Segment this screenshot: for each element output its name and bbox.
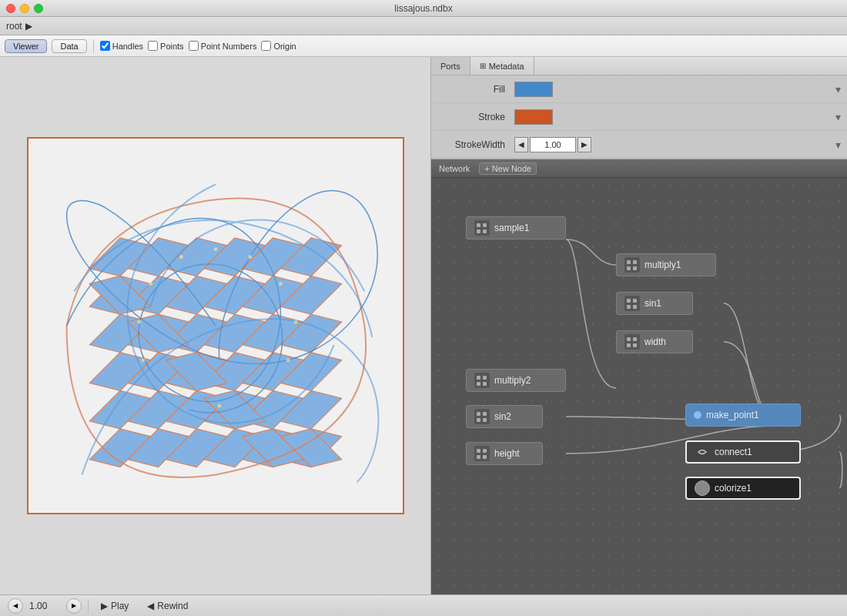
node-make-point1-label: make_point1 — [706, 410, 759, 420]
node-sin1-icon — [624, 296, 640, 311]
svg-point-7 — [278, 282, 282, 286]
network-canvas[interactable]: sample1 multiply1 sin1 — [431, 178, 847, 594]
node-connect1-label: connect1 — [715, 447, 752, 457]
traffic-lights — [6, 4, 43, 13]
metadata-tab-label: Metadata — [489, 62, 524, 71]
maximize-button[interactable] — [34, 4, 43, 13]
node-width-label: width — [644, 336, 666, 347]
bottombar: ◀ 1.00 ▶ ▶ Play ◀ Rewind — [0, 594, 847, 616]
new-node-button[interactable]: + New Node — [479, 162, 537, 175]
fill-arrow[interactable]: ▾ — [835, 83, 841, 95]
rewind-button[interactable]: ◀ Rewind — [141, 599, 194, 613]
close-button[interactable] — [6, 4, 15, 13]
play-button[interactable]: ▶ Play — [95, 599, 135, 613]
rewind-icon: ◀ — [147, 601, 154, 611]
node-make-point1[interactable]: make_point1 — [685, 403, 801, 427]
node-sample1-label: sample1 — [494, 223, 529, 233]
play-icon: ▶ — [101, 601, 108, 611]
play-label: Play — [111, 601, 129, 611]
strokewidth-input[interactable] — [530, 137, 576, 152]
strokewidth-label: StrokeWidth — [437, 139, 514, 150]
svg-point-10 — [179, 255, 182, 259]
handles-label: Handles — [112, 42, 143, 51]
main-area: Ports ⊞ Metadata Fill ▾ Stroke — [0, 57, 847, 594]
stroke-color-swatch[interactable] — [514, 109, 553, 125]
node-multiply1-label: multiply1 — [644, 259, 681, 270]
node-sample1-icon — [474, 220, 490, 236]
playback-value: 1.00 — [29, 601, 60, 611]
node-height-label: height — [494, 448, 520, 459]
points-label: Points — [160, 42, 184, 51]
network-header: Network + New Node — [431, 159, 847, 178]
svg-point-6 — [293, 320, 297, 324]
node-width[interactable]: width — [616, 330, 693, 353]
metadata-tab[interactable]: ⊞ Metadata — [470, 57, 534, 75]
node-colorize1-icon — [695, 480, 710, 496]
bottom-separator — [88, 599, 89, 613]
points-checkbox[interactable] — [148, 41, 158, 51]
canvas-area — [27, 137, 404, 514]
breadcrumb: root ▶ — [0, 17, 847, 35]
ports-tab[interactable]: Ports — [431, 57, 470, 75]
play-forward-button[interactable]: ▶ — [66, 598, 82, 614]
svg-point-11 — [149, 282, 152, 286]
handles-checkbox-label[interactable]: Handles — [100, 41, 143, 51]
fill-port-row: Fill ▾ — [431, 75, 847, 103]
stroke-label: Stroke — [437, 112, 514, 122]
node-sin1[interactable]: sin1 — [616, 292, 693, 315]
breadcrumb-root[interactable]: root — [6, 21, 22, 32]
node-height[interactable]: height — [466, 442, 543, 465]
svg-point-3 — [217, 404, 221, 408]
node-width-icon — [624, 334, 640, 350]
viewer-tab[interactable]: Viewer — [5, 39, 47, 53]
svg-point-9 — [213, 247, 217, 251]
point-numbers-checkbox[interactable] — [189, 41, 199, 51]
new-node-label: + New Node — [484, 164, 531, 173]
node-multiply1-icon — [624, 257, 640, 273]
viewer-panel — [0, 57, 431, 594]
origin-label: Origin — [273, 42, 296, 51]
strokewidth-arrow[interactable]: ▾ — [835, 139, 841, 151]
origin-checkbox-label[interactable]: Origin — [261, 41, 296, 51]
node-multiply2[interactable]: multiply2 — [466, 369, 566, 392]
toolbar: Viewer Data Handles Points Point Numbers… — [0, 35, 847, 57]
node-sin2[interactable]: sin2 — [466, 405, 543, 428]
right-panel: Ports ⊞ Metadata Fill ▾ Stroke — [431, 57, 847, 594]
node-height-icon — [474, 446, 490, 461]
svg-point-5 — [286, 358, 290, 362]
stroke-value — [514, 109, 835, 125]
svg-point-12 — [137, 320, 141, 324]
node-sin2-icon — [474, 409, 490, 424]
metadata-icon: ⊞ — [480, 62, 486, 70]
node-multiply2-label: multiply2 — [494, 375, 531, 386]
number-input-row: ◀ ▶ — [514, 137, 591, 152]
strokewidth-port-row: StrokeWidth ◀ ▶ ▾ — [431, 131, 847, 159]
strokewidth-decrement[interactable]: ◀ — [514, 137, 528, 152]
minimize-button[interactable] — [20, 4, 29, 13]
breadcrumb-arrow: ▶ — [25, 21, 32, 32]
toolbar-separator — [93, 39, 94, 53]
node-colorize1-label: colorize1 — [715, 483, 752, 494]
strokewidth-value: ◀ ▶ — [514, 137, 835, 152]
rewind-label: Rewind — [157, 601, 188, 611]
stroke-arrow[interactable]: ▾ — [835, 111, 841, 123]
data-tab[interactable]: Data — [52, 39, 86, 53]
fill-color-swatch[interactable] — [514, 82, 553, 97]
node-make-point1-icon — [694, 411, 701, 419]
svg-point-8 — [248, 255, 252, 259]
point-numbers-label: Point Numbers — [201, 42, 257, 51]
rewind-back-button[interactable]: ◀ — [8, 598, 23, 614]
node-sin1-label: sin1 — [644, 298, 661, 309]
points-checkbox-label[interactable]: Points — [148, 41, 184, 51]
handles-checkbox[interactable] — [100, 41, 110, 51]
node-multiply2-icon — [474, 373, 490, 388]
node-connect1[interactable]: connect1 — [685, 440, 801, 464]
node-colorize1[interactable]: colorize1 — [685, 477, 801, 500]
origin-checkbox[interactable] — [261, 41, 271, 51]
strokewidth-increment[interactable]: ▶ — [578, 137, 591, 152]
node-multiply1[interactable]: multiply1 — [616, 253, 716, 276]
titlebar: lissajous.ndbx — [0, 0, 847, 17]
point-numbers-checkbox-label[interactable]: Point Numbers — [189, 41, 257, 51]
ports-header: Ports ⊞ Metadata — [431, 57, 847, 75]
node-sample1[interactable]: sample1 — [466, 216, 566, 239]
